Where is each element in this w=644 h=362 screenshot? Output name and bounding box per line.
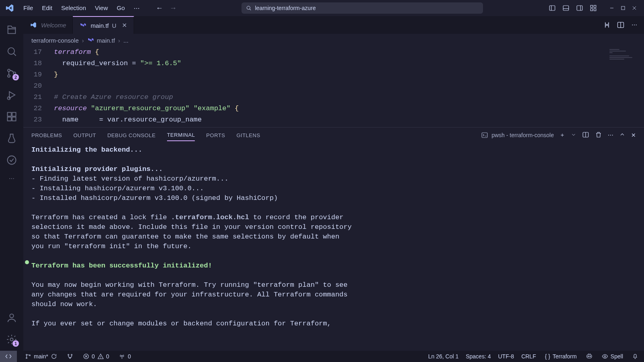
svg-rect-26 — [12, 117, 16, 121]
extensions-icon[interactable] — [2, 107, 21, 126]
minimap[interactable] — [608, 47, 644, 127]
copilot-icon[interactable] — [586, 352, 593, 361]
eol[interactable]: CRLF — [521, 353, 536, 360]
terminal-dropdown-icon[interactable] — [571, 132, 576, 139]
nav-arrows: ← → — [156, 4, 177, 12]
menu-more-icon[interactable]: ⋯ — [130, 2, 144, 14]
menu-file[interactable]: File — [19, 2, 37, 14]
split-terminal-icon[interactable] — [582, 131, 589, 140]
todo-icon[interactable] — [2, 150, 21, 170]
panel-more-icon[interactable]: ⋯ — [608, 132, 613, 138]
ports-status[interactable]: 0 — [117, 353, 132, 360]
run-debug-icon[interactable] — [2, 85, 21, 105]
braces-icon: { } — [545, 353, 550, 360]
accounts-icon[interactable] — [2, 308, 21, 327]
svg-rect-9 — [594, 5, 596, 7]
spell-check[interactable]: Spell — [600, 353, 625, 360]
overflow-icon[interactable]: ⋯ — [2, 172, 21, 185]
panel-tab-terminal[interactable]: TERMINAL — [167, 130, 195, 141]
encoding[interactable]: UTF-8 — [498, 353, 514, 360]
window-minimize-icon[interactable] — [607, 3, 617, 13]
menu-edit[interactable]: Edit — [38, 2, 56, 14]
command-center[interactable]: learning-terraform-azure — [242, 2, 483, 14]
svg-point-18 — [8, 69, 10, 72]
search-icon[interactable] — [2, 42, 21, 61]
settings-gear-icon[interactable]: 1 — [2, 330, 21, 349]
compare-changes-icon[interactable] — [603, 21, 611, 29]
svg-point-28 — [10, 314, 13, 318]
layout-sidebar-right-icon[interactable] — [575, 3, 584, 13]
menu-go[interactable]: Go — [113, 2, 129, 14]
close-panel-icon[interactable]: ✕ — [631, 132, 636, 138]
tab-main-label: main.tf — [91, 22, 109, 29]
settings-badge: 1 — [12, 340, 19, 347]
svg-line-17 — [14, 53, 16, 56]
terminal-output[interactable]: Initializing the backend... Initializing… — [23, 143, 644, 351]
git-graph-icon[interactable] — [65, 353, 75, 360]
menu-view[interactable]: View — [91, 2, 112, 14]
tab-main-tf[interactable]: main.tf U ✕ — [73, 16, 134, 34]
language-mode[interactable]: { } Terraform — [543, 353, 578, 360]
more-actions-icon[interactable]: ⋯ — [630, 21, 638, 29]
svg-point-38 — [68, 354, 69, 356]
cursor-position[interactable]: Ln 26, Col 1 — [428, 353, 459, 360]
panel-tab-gitlens[interactable]: GITLENS — [236, 130, 260, 141]
svg-rect-25 — [8, 117, 11, 121]
window-close-icon[interactable] — [630, 3, 639, 13]
nav-forward-icon[interactable]: → — [169, 4, 177, 12]
svg-rect-23 — [8, 113, 11, 116]
testing-icon[interactable] — [2, 129, 21, 148]
breadcrumb-tail[interactable]: ... — [124, 37, 129, 44]
editor-tabs: Welcome main.tf U ✕ ⋯ — [23, 16, 644, 34]
nav-back-icon[interactable]: ← — [156, 4, 163, 12]
maximize-panel-icon[interactable] — [619, 132, 625, 139]
layout-customize-icon[interactable] — [588, 3, 598, 13]
svg-rect-32 — [482, 133, 487, 138]
breadcrumb[interactable]: terraform-console › main.tf › ... — [23, 34, 644, 47]
layout-panel-icon[interactable] — [561, 3, 571, 13]
explorer-icon[interactable] — [2, 20, 21, 39]
split-editor-icon[interactable] — [617, 21, 625, 29]
sync-icon[interactable] — [51, 353, 57, 360]
breadcrumb-root[interactable]: terraform-console — [31, 37, 79, 44]
title-layout-controls — [547, 3, 641, 13]
panel-tab-problems[interactable]: PROBLEMS — [31, 130, 62, 141]
terraform-file-icon — [87, 37, 94, 44]
svg-rect-47 — [587, 354, 592, 358]
svg-point-45 — [100, 358, 101, 358]
tab-close-icon[interactable]: ✕ — [122, 22, 127, 29]
tab-modified-indicator: U — [112, 22, 116, 29]
chevron-right-icon: › — [82, 37, 84, 44]
menu-selection[interactable]: Selection — [57, 2, 90, 14]
branch-icon — [25, 353, 31, 360]
svg-line-1 — [250, 9, 251, 10]
svg-point-35 — [26, 354, 27, 356]
code-content[interactable]: terraform { required_version = ">= 1.6.5… — [47, 47, 644, 127]
panel-tab-output[interactable]: OUTPUT — [73, 130, 96, 141]
kill-terminal-icon[interactable] — [595, 131, 602, 140]
panel-tabs: PROBLEMS OUTPUT DEBUG CONSOLE TERMINAL P… — [23, 128, 644, 143]
indentation[interactable]: Spaces: 4 — [466, 353, 491, 360]
editor[interactable]: 17181920212223 terraform { required_vers… — [23, 47, 644, 127]
problems-status[interactable]: 0 0 — [81, 353, 111, 360]
window-maximize-icon[interactable] — [618, 3, 628, 13]
svg-rect-2 — [549, 6, 555, 10]
tab-welcome-label: Welcome — [41, 22, 66, 29]
terminal-icon — [481, 132, 488, 139]
tab-welcome[interactable]: Welcome — [23, 16, 73, 34]
svg-point-27 — [8, 156, 16, 165]
layout-sidebar-left-icon[interactable] — [547, 3, 557, 13]
notifications-icon[interactable] — [632, 353, 638, 360]
panel-tab-ports[interactable]: PORTS — [206, 130, 225, 141]
terminal-name[interactable]: pwsh - terraform-console — [481, 132, 554, 139]
panel-tab-debug[interactable]: DEBUG CONSOLE — [107, 130, 156, 141]
source-control-icon[interactable]: 2 — [2, 64, 21, 83]
line-number-gutter: 17181920212223 — [23, 47, 47, 127]
new-terminal-icon[interactable]: ＋ — [559, 132, 565, 139]
command-center-text: learning-terraform-azure — [255, 5, 316, 11]
git-branch[interactable]: main* — [23, 353, 59, 360]
svg-point-39 — [71, 354, 72, 356]
breadcrumb-file[interactable]: main.tf — [97, 37, 115, 44]
remote-indicator-icon[interactable] — [0, 351, 17, 362]
error-icon — [83, 353, 89, 360]
